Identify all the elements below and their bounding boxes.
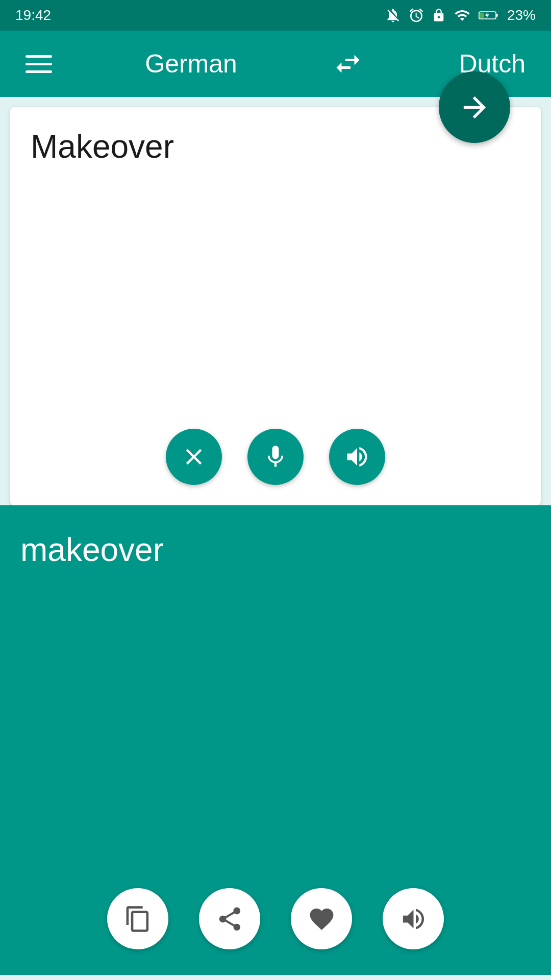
swap-languages-button[interactable] — [330, 48, 366, 79]
clear-button[interactable] — [166, 429, 222, 485]
result-section: makeover — [0, 505, 551, 975]
result-actions — [0, 888, 551, 949]
speak-source-button[interactable] — [329, 429, 385, 485]
speak-result-button[interactable] — [383, 888, 444, 949]
status-icons: 23% — [385, 7, 536, 23]
battery-percent: 23% — [507, 7, 536, 23]
translate-button[interactable] — [439, 71, 510, 143]
lock-icon — [432, 8, 446, 22]
bell-muted-icon — [385, 7, 401, 23]
status-bar: 19:42 23% — [0, 0, 551, 31]
svg-rect-1 — [496, 14, 498, 16]
result-text: makeover — [20, 531, 164, 568]
battery-icon — [479, 7, 500, 23]
main-content: Makeover — [0, 107, 551, 975]
favorite-button[interactable] — [291, 888, 352, 949]
share-button[interactable] — [199, 888, 260, 949]
input-actions — [10, 429, 541, 485]
input-section: Makeover — [10, 107, 541, 505]
copy-button[interactable] — [107, 888, 168, 949]
signal-icon — [453, 7, 471, 23]
svg-rect-2 — [480, 13, 484, 18]
menu-button[interactable] — [26, 55, 52, 73]
microphone-button[interactable] — [247, 429, 304, 485]
time: 19:42 — [15, 7, 51, 23]
alarm-icon — [408, 7, 424, 23]
input-text[interactable]: Makeover — [31, 128, 174, 165]
source-language[interactable]: German — [145, 49, 237, 79]
